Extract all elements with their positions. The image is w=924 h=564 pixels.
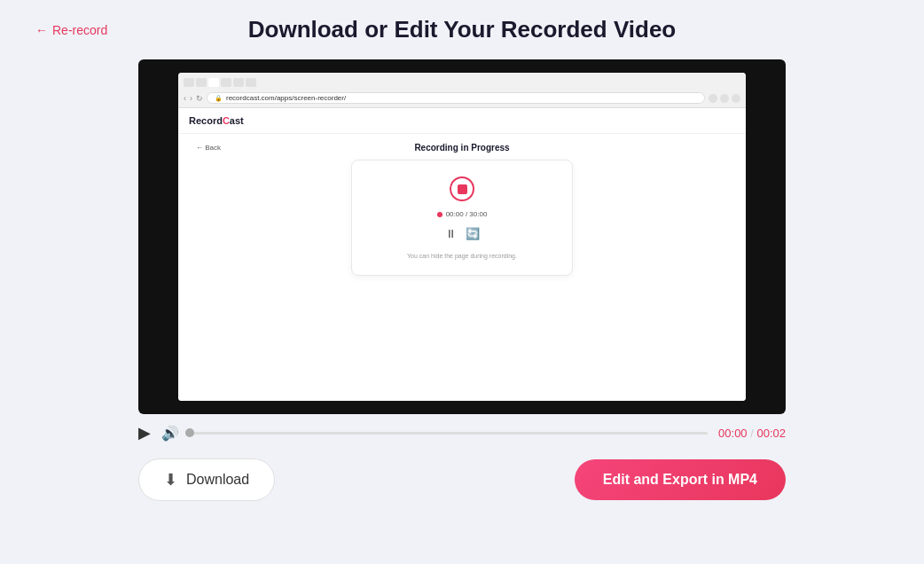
- recording-card: 00:00 / 30:00 ⏸ 🔄 You can hide the page …: [351, 160, 573, 276]
- address-text: recordcast.com/apps/screen-recorder/: [226, 94, 346, 102]
- rc-recording-title: Recording in Progress: [414, 143, 509, 153]
- tab-icon-2: [196, 78, 207, 87]
- time-current: 00:00: [718, 427, 748, 440]
- video-container: ‹ › ↻ 🔒 recordcast.com/apps/screen-recor…: [0, 59, 924, 501]
- browser-right-icons: [709, 94, 740, 103]
- tab-icon-6: [246, 78, 256, 87]
- tab-icon-5: [233, 78, 244, 87]
- tabs-row: [184, 76, 740, 89]
- address-row: ‹ › ↻ 🔒 recordcast.com/apps/screen-recor…: [184, 92, 740, 104]
- rc-nav: Back Recording in Progress: [196, 143, 728, 153]
- rc-logo: RecordCast: [189, 115, 735, 126]
- tab-icon-active: [208, 78, 219, 87]
- timer-display: 00:00 / 30:00: [446, 210, 488, 218]
- browser-icon-2: [720, 94, 729, 103]
- time-display: 00:00 / 00:02: [718, 427, 786, 440]
- rc-back-link: Back: [196, 144, 221, 152]
- page-header: ← Re-record Download or Edit Your Record…: [0, 0, 924, 59]
- action-buttons: ⬇ Download Edit and Export in MP4: [138, 450, 786, 501]
- stop-button[interactable]: [450, 176, 474, 201]
- restart-button[interactable]: 🔄: [466, 227, 480, 240]
- timer-dot: [437, 212, 442, 217]
- tab-icon-1: [184, 78, 194, 87]
- player-controls: ▶ 🔊 00:00 / 00:02: [138, 414, 786, 450]
- rc-header: RecordCast: [178, 108, 746, 134]
- tab-icon-4: [221, 78, 231, 87]
- rc-main: Back Recording in Progress 00:00 / 30:00: [178, 134, 746, 401]
- download-button[interactable]: ⬇ Download: [138, 458, 275, 501]
- browser-icon-1: [709, 94, 717, 103]
- time-separator: /: [748, 427, 757, 440]
- download-label: Download: [186, 472, 249, 488]
- browser-inner: ‹ › ↻ 🔒 recordcast.com/apps/screen-recor…: [138, 59, 786, 414]
- page-title: Download or Edit Your Recorded Video: [248, 16, 677, 43]
- browser-chrome: ‹ › ↻ 🔒 recordcast.com/apps/screen-recor…: [178, 73, 746, 108]
- progress-bar[interactable]: [190, 432, 708, 435]
- timer-row: 00:00 / 30:00: [437, 210, 488, 218]
- edit-export-button[interactable]: Edit and Export in MP4: [575, 459, 786, 500]
- re-record-button[interactable]: ← Re-record: [35, 23, 107, 37]
- controls-row: ⏸ 🔄: [445, 227, 480, 240]
- edit-export-label: Edit and Export in MP4: [603, 472, 757, 487]
- tab-icons: [184, 78, 256, 87]
- lock-icon: 🔒: [215, 95, 223, 102]
- play-button[interactable]: ▶: [138, 423, 151, 443]
- rc-logo-accent: C: [223, 115, 230, 126]
- progress-thumb[interactable]: [185, 428, 194, 437]
- back-nav-icon[interactable]: ‹: [184, 94, 186, 103]
- reload-icon[interactable]: ↻: [196, 94, 203, 103]
- download-icon: ⬇: [164, 470, 177, 490]
- address-bar[interactable]: 🔒 recordcast.com/apps/screen-recorder/: [207, 92, 705, 104]
- recordcast-page: RecordCast Back Recording in Progress: [178, 108, 746, 401]
- re-record-label: Re-record: [52, 23, 107, 37]
- forward-nav-icon[interactable]: ›: [190, 94, 192, 103]
- pause-button[interactable]: ⏸: [445, 227, 457, 240]
- back-arrow-icon: ←: [35, 23, 48, 37]
- volume-button[interactable]: 🔊: [161, 425, 179, 442]
- recording-hint: You can hide the page during recording.: [407, 253, 517, 259]
- browser-icon-3: [732, 94, 740, 103]
- stop-icon: [458, 184, 467, 194]
- browser-frame: ‹ › ↻ 🔒 recordcast.com/apps/screen-recor…: [138, 59, 786, 414]
- time-total: 00:02: [756, 427, 786, 440]
- browser-content: ‹ › ↻ 🔒 recordcast.com/apps/screen-recor…: [178, 73, 746, 401]
